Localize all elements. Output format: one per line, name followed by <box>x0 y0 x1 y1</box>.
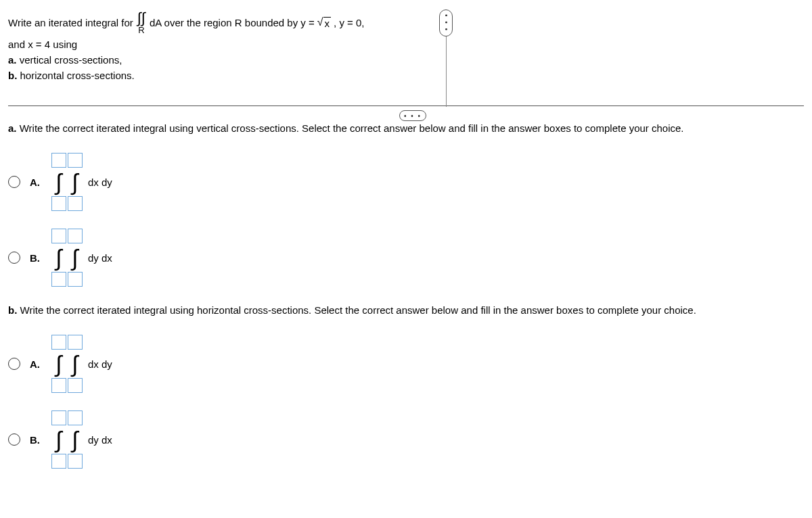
integral-b-a: ∫ ∫ dx dy <box>51 335 112 393</box>
radio-a-b[interactable] <box>8 252 20 264</box>
choice-label-b-b: B. <box>30 434 42 446</box>
integral-icon: ∫ <box>70 352 79 375</box>
choice-label-a-b: B. <box>30 252 42 264</box>
integral-icon: ∫ <box>70 246 79 269</box>
q-text-suffix: , y = 0, <box>334 17 364 28</box>
integral-icon: ∫ <box>70 428 79 451</box>
outer-limits-a-b: ∫ <box>51 229 66 287</box>
integral-icon: ∫ <box>54 246 63 269</box>
part-a-label: a. <box>8 54 17 66</box>
outer-limits-b-b: ∫ <box>51 410 66 469</box>
q-text-prefix: Write an iterated integral for <box>8 17 133 28</box>
answer-box-b-b-outer-upper[interactable] <box>51 410 66 425</box>
answer-box-b-a-outer-lower[interactable] <box>51 378 66 393</box>
more-button[interactable]: • • • <box>399 110 426 121</box>
integral-subscript: R <box>138 26 144 34</box>
part-a-choice-b: B. ∫ ∫ dy dx <box>8 229 804 287</box>
answer-box-a-b-outer-lower[interactable] <box>51 272 66 287</box>
question-header: Write an iterated integral for ∫∫ R dA o… <box>8 11 804 81</box>
dots-icon: • • • <box>443 14 450 32</box>
question-line-4: b. horizontal cross-sections. <box>8 70 804 81</box>
integral-glyph: ∫∫ <box>137 11 145 26</box>
ellipsis-icon: • • • <box>404 112 422 120</box>
outer-limits-b-a: ∫ <box>51 335 66 393</box>
scroll-thumb[interactable]: • • • <box>439 9 453 37</box>
answer-box-b-a-inner-lower[interactable] <box>68 378 83 393</box>
part-b-bold: b. <box>8 304 17 316</box>
part-b-label: b. <box>8 70 17 81</box>
outer-limits-a-a: ∫ <box>51 153 66 211</box>
answer-box-a-a-inner-upper[interactable] <box>68 153 83 168</box>
answer-box-a-b-outer-upper[interactable] <box>51 229 66 243</box>
part-b-choice-a: A. ∫ ∫ dx dy <box>8 335 804 393</box>
inner-limits-b-b: ∫ <box>68 410 83 469</box>
part-a-choice-a: A. ∫ ∫ dx dy <box>8 153 804 211</box>
radio-b-b[interactable] <box>8 433 20 446</box>
inner-limits-b-a: ∫ <box>68 335 83 393</box>
radio-b-a[interactable] <box>8 358 20 370</box>
question-line-2: and x = 4 using <box>8 39 804 50</box>
answer-box-a-a-outer-lower[interactable] <box>51 196 66 211</box>
differential-b-a: dx dy <box>88 358 112 370</box>
answer-box-b-b-outer-lower[interactable] <box>51 454 66 469</box>
question-line-3: a. vertical cross-sections, <box>8 54 804 66</box>
part-a-instruction-text: Write the correct iterated integral usin… <box>17 122 684 134</box>
answer-box-a-a-inner-lower[interactable] <box>68 196 83 211</box>
vertical-scroll-control[interactable]: • • • <box>438 9 453 107</box>
answer-box-b-b-inner-upper[interactable] <box>68 410 83 425</box>
answer-box-a-b-inner-lower[interactable] <box>68 272 83 287</box>
integral-icon: ∫ <box>70 170 79 193</box>
answer-box-b-a-inner-upper[interactable] <box>68 335 83 350</box>
radical-icon: √ <box>317 16 323 28</box>
part-b-text: horizontal cross-sections. <box>17 70 134 81</box>
inner-limits-a-b: ∫ <box>68 229 83 287</box>
integral-icon: ∫ <box>54 428 63 451</box>
answer-box-a-b-inner-upper[interactable] <box>68 229 83 243</box>
section-divider <box>8 105 804 106</box>
question-line-1: Write an iterated integral for ∫∫ R dA o… <box>8 11 804 34</box>
integral-a-a: ∫ ∫ dx dy <box>51 153 112 211</box>
integral-icon: ∫ <box>54 352 63 375</box>
radio-a-a[interactable] <box>8 176 20 188</box>
part-b-instruction-text: Write the correct iterated integral usin… <box>17 304 696 316</box>
scroll-track <box>446 37 447 107</box>
part-b-choice-b: B. ∫ ∫ dy dx <box>8 410 804 469</box>
answer-box-a-a-outer-upper[interactable] <box>51 153 66 168</box>
double-integral-symbol: ∫∫ R <box>137 11 145 34</box>
answer-box-b-b-inner-lower[interactable] <box>68 454 83 469</box>
part-a-text: vertical cross-sections, <box>17 54 122 66</box>
differential-a-b: dy dx <box>88 252 112 264</box>
choice-label-b-a: A. <box>30 358 42 370</box>
q-text-after-integral: dA over the region R bounded by y = <box>150 17 315 28</box>
part-b-instruction: b. Write the correct iterated integral u… <box>8 304 804 316</box>
sqrt-expression: √ x <box>317 16 331 29</box>
integral-a-b: ∫ ∫ dy dx <box>51 229 112 287</box>
part-a-bold: a. <box>8 122 17 134</box>
differential-b-b: dy dx <box>88 434 112 446</box>
inner-limits-a-a: ∫ <box>68 153 83 211</box>
integral-b-b: ∫ ∫ dy dx <box>51 410 112 469</box>
differential-a-a: dx dy <box>88 176 112 188</box>
choice-label-a-a: A. <box>30 176 42 188</box>
integral-icon: ∫ <box>54 170 63 193</box>
part-a-instruction: a. Write the correct iterated integral u… <box>8 122 804 134</box>
sqrt-radicand: x <box>323 17 332 29</box>
answer-box-b-a-outer-upper[interactable] <box>51 335 66 350</box>
